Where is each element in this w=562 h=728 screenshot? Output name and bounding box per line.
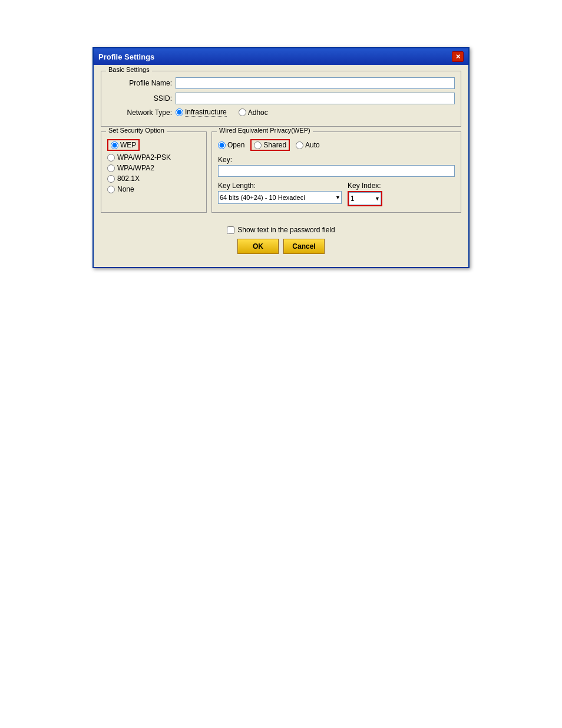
none-option[interactable]: None bbox=[107, 185, 200, 193]
key-length-col: Key Length: 64 bits (40+24) - 10 Hexadec… bbox=[218, 182, 342, 204]
network-type-radio-group: Infrastructure Adhoc bbox=[176, 108, 268, 117]
show-text-label: Show text in the password field bbox=[237, 226, 335, 234]
show-text-row: Show text in the password field bbox=[108, 226, 454, 234]
key-index-highlighted-box: 1 2 3 4 ▼ bbox=[348, 191, 382, 206]
auth-options-row: Open Shared Auto bbox=[218, 139, 455, 151]
shared-radio[interactable] bbox=[254, 141, 262, 149]
security-option-group: Set Security Option WEP WPA/WPA2-PSK bbox=[101, 131, 207, 213]
dialog-footer: Show text in the password field OK Cance… bbox=[101, 222, 461, 260]
profile-settings-dialog: Profile Settings ✕ Basic Settings Profil… bbox=[92, 47, 470, 268]
shared-label: Shared bbox=[263, 141, 286, 149]
key-index-col: Key Index: 1 2 3 4 ▼ bbox=[348, 182, 382, 206]
wpa-label: WPA/WPA2 bbox=[117, 164, 154, 172]
profile-name-row: Profile Name: bbox=[107, 77, 455, 89]
none-radio[interactable] bbox=[107, 186, 115, 193]
infrastructure-radio[interactable] bbox=[176, 108, 183, 116]
open-radio[interactable] bbox=[218, 141, 226, 149]
8021x-option[interactable]: 802.1X bbox=[107, 174, 200, 183]
key-length-select[interactable]: 64 bits (40+24) - 10 Hexadeci 128 bits (… bbox=[218, 191, 342, 204]
infrastructure-label: Infrastructure bbox=[185, 108, 227, 117]
network-type-label: Network Type: bbox=[107, 108, 172, 117]
button-row: OK Cancel bbox=[108, 239, 454, 254]
auto-option[interactable]: Auto bbox=[296, 141, 320, 149]
ssid-input[interactable] bbox=[176, 93, 455, 104]
wpa-psk-label: WPA/WPA2-PSK bbox=[117, 153, 171, 162]
wpa-radio[interactable] bbox=[107, 164, 115, 172]
title-bar: Profile Settings ✕ bbox=[94, 48, 468, 65]
key-input[interactable] bbox=[218, 165, 455, 177]
basic-settings-group: Basic Settings Profile Name: SSID: Netwo… bbox=[101, 71, 461, 127]
none-label: None bbox=[117, 185, 134, 193]
wpa-psk-option[interactable]: WPA/WPA2-PSK bbox=[107, 153, 200, 162]
wpa-option[interactable]: WPA/WPA2 bbox=[107, 164, 200, 172]
ok-button[interactable]: OK bbox=[237, 239, 279, 254]
wep-group-label: Wired Equivalent Privacy(WEP) bbox=[217, 127, 313, 134]
wep-content: Open Shared Auto bbox=[218, 134, 455, 206]
shared-highlighted-box: Shared bbox=[250, 139, 290, 151]
wpa-psk-radio[interactable] bbox=[107, 154, 115, 162]
adhoc-option[interactable]: Adhoc bbox=[239, 108, 268, 117]
shared-option[interactable]: Shared bbox=[250, 139, 290, 151]
key-index-select[interactable]: 1 2 3 4 bbox=[349, 192, 381, 205]
key-index-label: Key Index: bbox=[348, 182, 382, 190]
basic-settings-label: Basic Settings bbox=[106, 66, 152, 73]
bottom-section: Set Security Option WEP WPA/WPA2-PSK bbox=[101, 131, 461, 218]
wep-label: WEP bbox=[120, 141, 136, 149]
8021x-radio[interactable] bbox=[107, 175, 115, 183]
profile-name-label: Profile Name: bbox=[107, 79, 172, 87]
cancel-button[interactable]: Cancel bbox=[283, 239, 325, 254]
ssid-label: SSID: bbox=[107, 94, 172, 103]
ssid-row: SSID: bbox=[107, 93, 455, 104]
security-option-label: Set Security Option bbox=[106, 127, 167, 134]
wep-group: Wired Equivalent Privacy(WEP) Open Share… bbox=[211, 131, 461, 213]
network-type-row: Network Type: Infrastructure Adhoc bbox=[107, 108, 455, 117]
wep-option[interactable]: WEP bbox=[107, 139, 200, 151]
auto-label: Auto bbox=[305, 141, 320, 149]
infrastructure-option[interactable]: Infrastructure bbox=[176, 108, 227, 117]
profile-name-input[interactable] bbox=[176, 77, 455, 89]
key-length-label: Key Length: bbox=[218, 182, 342, 190]
security-options-list: WEP WPA/WPA2-PSK WPA/WPA2 802.1X bbox=[107, 134, 200, 193]
adhoc-label: Adhoc bbox=[248, 108, 268, 117]
key-index-dropdown-wrapper: 1 2 3 4 ▼ bbox=[349, 192, 381, 205]
open-option[interactable]: Open bbox=[218, 141, 244, 149]
dialog-title: Profile Settings bbox=[98, 52, 154, 61]
show-text-checkbox[interactable] bbox=[227, 226, 234, 234]
dialog-body: Basic Settings Profile Name: SSID: Netwo… bbox=[94, 65, 468, 267]
wep-highlighted-box: WEP bbox=[107, 139, 140, 151]
open-label: Open bbox=[227, 141, 244, 149]
key-label-text: Key: bbox=[218, 156, 455, 164]
key-length-index-row: Key Length: 64 bits (40+24) - 10 Hexadec… bbox=[218, 182, 455, 206]
key-length-dropdown-wrapper: 64 bits (40+24) - 10 Hexadeci 128 bits (… bbox=[218, 191, 342, 204]
adhoc-radio[interactable] bbox=[239, 108, 246, 116]
8021x-label: 802.1X bbox=[117, 174, 140, 183]
close-button[interactable]: ✕ bbox=[452, 51, 464, 62]
auto-radio[interactable] bbox=[296, 141, 303, 149]
wep-radio[interactable] bbox=[111, 141, 118, 149]
